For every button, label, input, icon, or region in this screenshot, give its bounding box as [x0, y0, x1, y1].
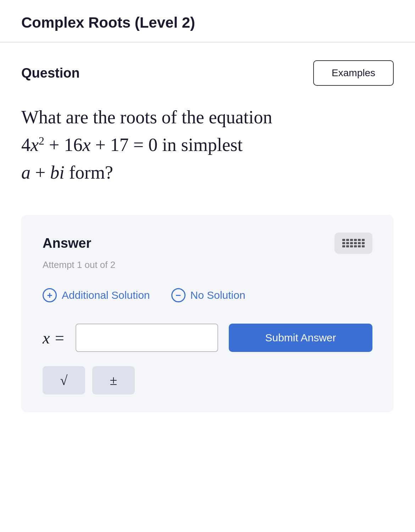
no-solution-label: No Solution: [190, 289, 245, 301]
title-bar: Complex Roots (Level 2): [0, 0, 415, 43]
input-row: x = Submit Answer: [43, 324, 372, 352]
page-container: Complex Roots (Level 2) Question Example…: [0, 0, 415, 532]
math-buttons: √ ±: [43, 366, 372, 394]
page-title: Complex Roots (Level 2): [21, 14, 394, 31]
minus-circle-icon: −: [171, 288, 186, 302]
answer-header: Answer: [43, 233, 372, 254]
solution-options: + Additional Solution − No Solution: [43, 288, 372, 302]
additional-solution-button[interactable]: + Additional Solution: [43, 288, 150, 302]
main-content: Question Examples What are the roots of …: [0, 43, 415, 532]
answer-section: Answer Attempt 1 out of 2 + Additional S…: [21, 215, 394, 412]
answer-label: Answer: [43, 236, 91, 251]
keyboard-icon: [342, 239, 365, 247]
x-equals-label: x =: [43, 329, 65, 347]
sqrt-button[interactable]: √: [43, 366, 85, 394]
submit-answer-button[interactable]: Submit Answer: [229, 324, 372, 352]
keyboard-toggle-button[interactable]: [334, 233, 372, 254]
additional-solution-label: Additional Solution: [62, 289, 150, 301]
question-body: What are the roots of the equation 4x2 +…: [21, 103, 394, 186]
no-solution-button[interactable]: − No Solution: [171, 288, 245, 302]
question-header: Question Examples: [21, 60, 394, 86]
attempt-text: Attempt 1 out of 2: [43, 259, 372, 270]
answer-input[interactable]: [76, 324, 218, 352]
plus-minus-button[interactable]: ±: [92, 366, 135, 394]
question-label: Question: [21, 66, 80, 81]
examples-button[interactable]: Examples: [313, 60, 394, 86]
plus-circle-icon: +: [43, 288, 57, 302]
